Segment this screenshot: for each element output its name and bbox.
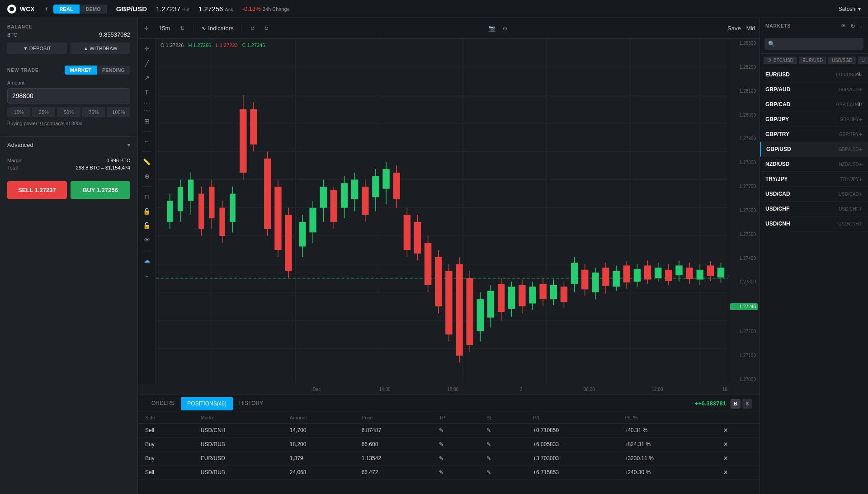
quick-tab-recent[interactable]: ⏱ BTC/USD: [764, 56, 797, 64]
sell-button[interactable]: SELL 1.27237: [7, 181, 67, 199]
arrow-tool[interactable]: ←: [141, 135, 153, 148]
cell-sl[interactable]: ✎: [479, 466, 526, 480]
pending-button[interactable]: PENDING: [97, 66, 130, 75]
crosshair-icon[interactable]: ✛: [142, 24, 151, 33]
pct-10-button[interactable]: 10%: [7, 107, 30, 117]
market-item-gbp-aud[interactable]: GBP/AUD GBP/AUD +: [760, 82, 868, 97]
cell-tp[interactable]: ✎: [432, 452, 479, 466]
ohlc-open: O 1.27226: [160, 42, 184, 48]
contracts-link[interactable]: 0 contracts: [40, 121, 65, 126]
market-item-nzd-usd[interactable]: NZD/USD NZD/USD +: [760, 157, 868, 172]
measure-tool[interactable]: ⊞: [141, 115, 153, 127]
fibonacci-tool[interactable]: ⋯⋯: [141, 100, 153, 113]
cell-sl[interactable]: ✎: [479, 452, 526, 466]
pct-25-button[interactable]: 25%: [32, 107, 55, 117]
market-plus-icon[interactable]: +: [859, 146, 863, 153]
market-plus-icon[interactable]: +: [859, 116, 863, 123]
cell-side: Buy: [138, 438, 193, 452]
market-item-usd-cad[interactable]: USD/CAD USD/CAD +: [760, 187, 868, 202]
market-item-gbp-cad[interactable]: GBP/CAD GBP/CAD 👁: [760, 97, 868, 112]
cell-pl-pct: +240.30 %: [617, 466, 716, 480]
market-item-gbp-usd[interactable]: GBP/USD GBP/USD +: [760, 142, 868, 157]
withdraw-button[interactable]: ▲ WITHDRAW: [71, 42, 130, 54]
markets-refresh-icon[interactable]: ↻: [850, 23, 855, 29]
tab-positions[interactable]: POSITIONS(46): [181, 397, 233, 410]
deposit-button[interactable]: ▼ DEPOSIT: [7, 42, 67, 54]
market-item-try-jpy[interactable]: TRY/JPY TRY/JPY +: [760, 172, 868, 187]
cell-sl[interactable]: ✎: [479, 423, 526, 438]
ruler-tool[interactable]: 📏: [141, 155, 153, 168]
zoom-tool[interactable]: ⊕: [141, 170, 153, 183]
tab-history[interactable]: HISTORY: [233, 396, 269, 411]
trend-line-tool[interactable]: ╱: [141, 57, 153, 70]
redo-icon[interactable]: ↻: [262, 24, 270, 33]
market-eye-icon[interactable]: 👁: [856, 101, 863, 108]
market-item-gbp-try[interactable]: GBP/TRY GBP/TRY +: [760, 127, 868, 142]
pair-info: GBP/USD 1.27237Bid 1.27256Ask -0.13%24h …: [107, 5, 839, 13]
market-plus-icon[interactable]: +: [859, 205, 863, 212]
indicators-button[interactable]: ∿ Indicators: [201, 25, 233, 32]
pair-name: GBP/USD: [116, 5, 147, 13]
market-plus-icon[interactable]: +: [859, 175, 863, 183]
market-eye-icon[interactable]: 👁: [856, 71, 863, 78]
market-item-usd-chf[interactable]: USD/CHF USD/CHF +: [760, 202, 868, 216]
demo-mode-button[interactable]: DEMO: [80, 5, 107, 14]
quick-tab-usdsgd[interactable]: USD/SGD: [828, 56, 856, 64]
advanced-toggle[interactable]: Advanced ▾: [7, 136, 130, 153]
magnet-tool[interactable]: ⊓: [141, 190, 153, 203]
real-mode-button[interactable]: REAL: [53, 5, 80, 14]
cell-close[interactable]: ✕: [716, 452, 760, 466]
markets-menu-icon[interactable]: ≡: [859, 23, 863, 29]
eye-tool[interactable]: 👁: [141, 234, 153, 246]
market-plus-icon[interactable]: +: [859, 220, 863, 227]
price-change: -0.13%24h Change: [242, 5, 290, 12]
pct-50-button[interactable]: 50%: [57, 107, 80, 117]
user-menu[interactable]: Satoshi ▾: [839, 6, 861, 12]
cursor-tool[interactable]: ✛: [141, 42, 153, 55]
market-item-gbp-jpy[interactable]: GBP/JPY GBP/JPY +: [760, 112, 868, 127]
lock-tool[interactable]: 🔒: [141, 205, 153, 217]
market-button[interactable]: MARKET: [65, 66, 97, 75]
cell-tp[interactable]: ✎: [432, 466, 479, 480]
markets-search-input[interactable]: [764, 38, 863, 50]
advanced-label: Advanced: [7, 141, 33, 148]
chart-type-icon[interactable]: ⇅: [178, 24, 186, 33]
quick-tab-more[interactable]: U: [858, 56, 868, 64]
save-button[interactable]: 📷: [488, 25, 495, 32]
pnl-usd-mode[interactable]: $: [742, 399, 752, 409]
svg-rect-23: [178, 187, 183, 212]
market-item-eur-usd[interactable]: EUR/USD EUR/USD 👁: [760, 67, 868, 82]
cell-close[interactable]: ✕: [716, 423, 760, 438]
cloud-tool[interactable]: ☁: [141, 254, 153, 267]
amount-input[interactable]: [7, 88, 130, 104]
settings-icon[interactable]: ⊙: [501, 24, 509, 33]
markets-eye-icon[interactable]: 👁: [841, 23, 847, 29]
undo-icon[interactable]: ↺: [249, 24, 257, 33]
text-tool[interactable]: T: [141, 86, 153, 99]
tab-orders[interactable]: ORDERS: [145, 396, 181, 411]
pct-75-button[interactable]: 75%: [82, 107, 105, 117]
pnl-btc-mode[interactable]: B: [731, 399, 741, 409]
save-label-button[interactable]: Save: [727, 25, 741, 32]
market-plus-icon[interactable]: +: [859, 131, 863, 138]
market-item-usd-cnh[interactable]: USD/CNH USD/CNH +: [760, 216, 868, 231]
market-plus-icon[interactable]: +: [859, 160, 863, 168]
ray-tool[interactable]: ↗: [141, 71, 153, 84]
cell-pl: +0.710850: [526, 423, 617, 438]
expand-tool[interactable]: ⌄: [141, 268, 153, 281]
pct-100-button[interactable]: 100%: [107, 107, 130, 117]
cell-close[interactable]: ✕: [716, 466, 760, 480]
svg-rect-21: [167, 201, 173, 222]
unlock-tool[interactable]: 🔓: [141, 219, 153, 232]
cell-tp[interactable]: ✎: [432, 438, 479, 452]
market-plus-icon[interactable]: +: [859, 86, 863, 93]
buy-button[interactable]: BUY 1.27256: [71, 181, 130, 199]
timeframe-button[interactable]: 15m: [156, 23, 173, 33]
cell-tp[interactable]: ✎: [432, 423, 479, 438]
quick-tab-eurusd[interactable]: EUR/USD: [799, 56, 826, 64]
market-plus-icon[interactable]: +: [859, 190, 863, 198]
cell-close[interactable]: ✕: [716, 438, 760, 452]
cell-sl[interactable]: ✎: [479, 438, 526, 452]
theme-icon[interactable]: ☀: [44, 6, 49, 12]
cell-price: 66.472: [354, 466, 432, 480]
